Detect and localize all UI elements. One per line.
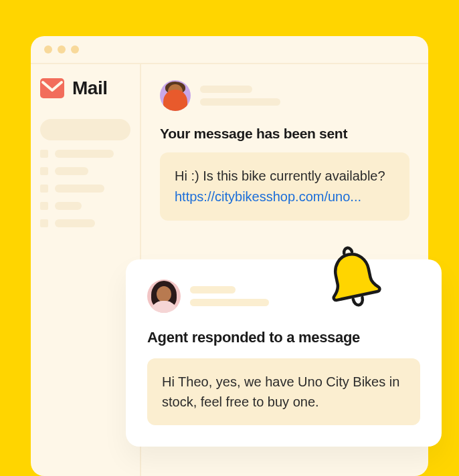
sidebar: Mail bbox=[31, 64, 141, 476]
sender-row bbox=[160, 80, 409, 111]
svg-rect-0 bbox=[40, 78, 64, 98]
notification-card: Agent responded to a message Hi Theo, ye… bbox=[126, 259, 442, 447]
message-body-link[interactable]: https://citybikesshop.com/uno... bbox=[175, 189, 361, 204]
sidebar-list bbox=[40, 119, 130, 227]
sender-meta bbox=[200, 86, 280, 106]
brand: Mail bbox=[40, 78, 130, 99]
placeholder-line bbox=[200, 86, 252, 93]
sidebar-item[interactable] bbox=[40, 202, 130, 210]
sidebar-item-label bbox=[55, 185, 104, 193]
sidebar-item-icon bbox=[40, 167, 48, 175]
notification-heading: Agent responded to a message bbox=[147, 329, 420, 346]
placeholder-line bbox=[190, 299, 269, 306]
notification-bubble: Hi Theo, yes, we have Uno City Bikes in … bbox=[147, 358, 420, 425]
sidebar-item-icon bbox=[40, 202, 48, 210]
window-control-dot[interactable] bbox=[44, 45, 52, 53]
notification-body: Hi Theo, yes, we have Uno City Bikes in … bbox=[162, 374, 399, 409]
sidebar-item[interactable] bbox=[40, 219, 130, 227]
message-heading: Your message has been sent bbox=[160, 126, 409, 142]
agent-avatar bbox=[147, 279, 181, 313]
window-titlebar bbox=[31, 36, 428, 64]
sidebar-item-icon bbox=[40, 219, 48, 227]
sidebar-item-label bbox=[55, 150, 114, 158]
sidebar-item[interactable] bbox=[40, 119, 130, 140]
sender-avatar bbox=[160, 80, 191, 111]
bell-icon bbox=[320, 244, 387, 311]
brand-label: Mail bbox=[72, 78, 107, 99]
sidebar-item-label bbox=[55, 219, 95, 227]
sidebar-item-icon bbox=[40, 150, 48, 158]
placeholder-line bbox=[190, 286, 236, 293]
mail-icon bbox=[40, 78, 64, 98]
placeholder-line bbox=[200, 98, 280, 106]
sidebar-item-label bbox=[55, 202, 82, 210]
message-block: Your message has been sent Hi :) Is this… bbox=[160, 80, 409, 221]
sidebar-item[interactable] bbox=[40, 167, 130, 175]
sidebar-item-label bbox=[55, 167, 88, 175]
sender-meta bbox=[190, 286, 269, 306]
window-control-dot[interactable] bbox=[71, 45, 79, 53]
sidebar-item[interactable] bbox=[40, 185, 130, 193]
window-control-dot[interactable] bbox=[58, 45, 66, 53]
sidebar-item[interactable] bbox=[40, 150, 130, 158]
message-body-text: Hi :) Is this bike currently available? bbox=[175, 168, 385, 183]
message-bubble: Hi :) Is this bike currently available? … bbox=[160, 152, 409, 221]
sidebar-item-icon bbox=[40, 185, 48, 193]
